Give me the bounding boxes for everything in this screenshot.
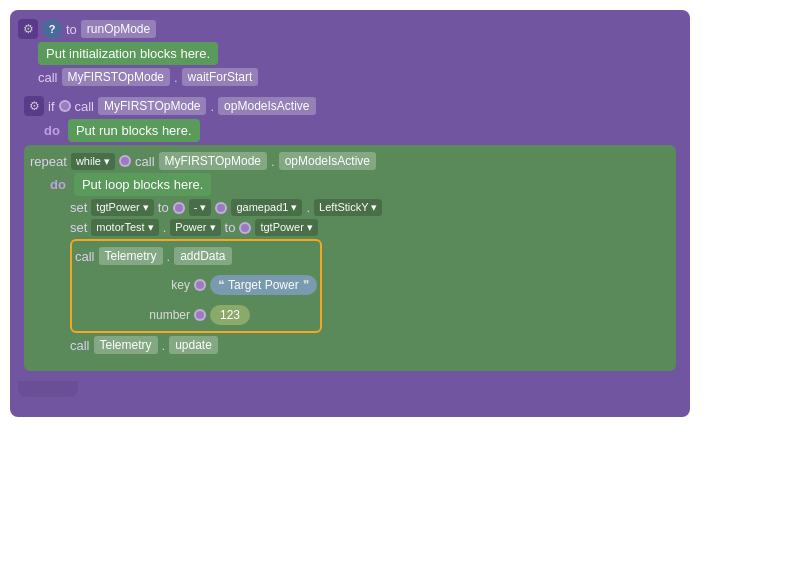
- function-header-row: ⚙ ? to runOpMode: [18, 19, 682, 39]
- call-telemetry-update-row: call Telemetry . update: [70, 336, 670, 354]
- op-mode-is-active-1: opModeIsActive: [218, 97, 315, 115]
- call-label-1: call: [38, 70, 58, 85]
- if-connector: [59, 100, 71, 112]
- repeat-footer-space: [30, 357, 670, 367]
- key-connector: [194, 279, 206, 291]
- do-keyword-2: do: [50, 177, 66, 192]
- init-blocks-row: Put initialization blocks here.: [38, 42, 682, 65]
- set-connector: [173, 202, 185, 214]
- if-container: ⚙ if call MyFIRSTOpMode . opModeIsActive…: [18, 89, 682, 378]
- if-gear-icon[interactable]: ⚙: [24, 96, 44, 116]
- number-row: number 123: [135, 305, 317, 325]
- call-telemetry-header: call Telemetry . addData: [75, 247, 317, 265]
- set-motor-test-row: set motorTest . Power to tgtPower: [70, 219, 670, 236]
- minus-dropdown[interactable]: -: [189, 199, 212, 216]
- if-keyword: if: [48, 99, 55, 114]
- to-keyword: to: [66, 22, 77, 37]
- gamepad1-dropdown[interactable]: gamepad1: [231, 199, 302, 216]
- number-value: 123: [220, 308, 240, 322]
- if-row: ⚙ if call MyFIRSTOpMode . opModeIsActive: [24, 96, 676, 116]
- call-telemetry-row: call Telemetry . addData key ❝: [70, 239, 670, 333]
- dot-1: .: [174, 70, 178, 85]
- call-wait-for-start-row: call MyFIRSTOpMode . waitForStart: [38, 68, 682, 86]
- while-connector: [119, 155, 131, 167]
- set-tgt-power-row: set tgtPower to - gamepad1 . LeftStickY: [70, 199, 670, 216]
- run-blocks-placeholder: Put run blocks here.: [68, 119, 200, 142]
- left-stick-y-dropdown[interactable]: LeftStickY: [314, 199, 382, 216]
- key-param-label: key: [135, 278, 190, 292]
- op-mode-is-active-2: opModeIsActive: [279, 152, 376, 170]
- target-power-string: ❝ Target Power ❞: [210, 275, 317, 295]
- number-param-label: number: [135, 308, 190, 322]
- key-row: key ❝ Target Power ❞: [135, 275, 317, 295]
- init-text: Put initialization blocks here.: [46, 46, 210, 61]
- dot-4: .: [306, 200, 310, 215]
- motor-test-dropdown[interactable]: motorTest: [91, 219, 158, 236]
- tgt-power-dropdown[interactable]: tgtPower: [91, 199, 153, 216]
- dot-3: .: [271, 154, 275, 169]
- init-placeholder-block: Put initialization blocks here.: [38, 42, 218, 65]
- dot-5: .: [163, 220, 167, 235]
- motor-connector: [239, 222, 251, 234]
- do-keyword-1: do: [44, 123, 60, 138]
- call-label-5: call: [70, 338, 90, 353]
- to-keyword-3: to: [225, 220, 236, 235]
- repeat-while-row: repeat while call MyFIRSTOpMode . opMode…: [30, 152, 670, 170]
- power-dropdown[interactable]: Power: [170, 219, 220, 236]
- set-keyword-2: set: [70, 220, 87, 235]
- add-data-label: addData: [174, 247, 231, 265]
- number-connector: [194, 309, 206, 321]
- do-loop-blocks-row: do Put loop blocks here.: [50, 173, 670, 196]
- run-blocks-text: Put run blocks here.: [76, 123, 192, 138]
- repeat-keyword: repeat: [30, 154, 67, 169]
- target-power-value: Target Power: [228, 278, 299, 292]
- telemetry-label: Telemetry: [99, 247, 163, 265]
- dot-7: .: [162, 338, 166, 353]
- function-name-label: runOpMode: [81, 20, 156, 38]
- while-dropdown[interactable]: while: [71, 153, 115, 170]
- set-keyword-1: set: [70, 200, 87, 215]
- repeat-while-container: repeat while call MyFIRSTOpMode . opMode…: [24, 145, 676, 371]
- gear-icon[interactable]: ⚙: [18, 19, 38, 39]
- wait-for-start-label: waitForStart: [182, 68, 259, 86]
- update-label: update: [169, 336, 218, 354]
- do-run-blocks-row: do Put run blocks here.: [44, 119, 676, 142]
- loop-blocks-text: Put loop blocks here.: [82, 177, 203, 192]
- minus-connector: [215, 202, 227, 214]
- main-block-foot: [18, 381, 78, 397]
- to-keyword-2: to: [158, 200, 169, 215]
- my-first-opmode-2: MyFIRSTOpMode: [98, 97, 206, 115]
- main-function-block: ⚙ ? to runOpMode Put initialization bloc…: [10, 10, 690, 417]
- question-icon[interactable]: ?: [42, 19, 62, 39]
- number-value-block: 123: [210, 305, 250, 325]
- blocks-workspace: ⚙ ? to runOpMode Put initialization bloc…: [10, 10, 790, 570]
- my-first-opmode-3: MyFIRSTOpMode: [159, 152, 267, 170]
- call-label-2: call: [75, 99, 95, 114]
- dot-2: .: [210, 99, 214, 114]
- telemetry-label-2: Telemetry: [94, 336, 158, 354]
- call-label-3: call: [135, 154, 155, 169]
- tgt-power-2-dropdown[interactable]: tgtPower: [255, 219, 317, 236]
- call-label-4: call: [75, 249, 95, 264]
- dot-6: .: [167, 249, 171, 264]
- loop-blocks-placeholder: Put loop blocks here.: [74, 173, 211, 196]
- telemetry-adddata-highlight: call Telemetry . addData key ❝: [70, 239, 322, 333]
- my-first-opmode-1: MyFIRSTOpMode: [62, 68, 170, 86]
